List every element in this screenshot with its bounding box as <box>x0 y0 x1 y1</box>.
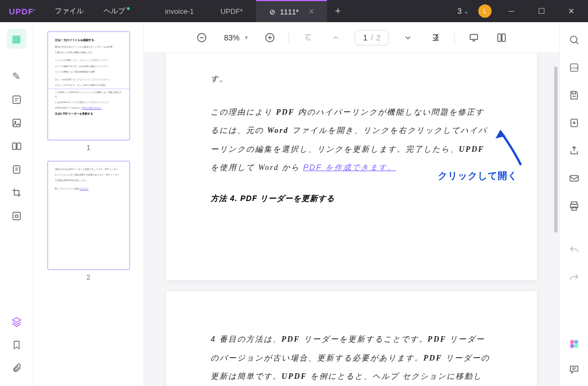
svg-rect-11 <box>498 34 501 41</box>
protect-icon[interactable] <box>7 206 27 226</box>
bookmark-icon[interactable] <box>7 335 27 355</box>
first-page-button[interactable] <box>299 29 317 47</box>
hyperlink[interactable]: PDF を作成できます。 <box>303 163 396 172</box>
avatar[interactable]: L <box>478 4 492 18</box>
arrow-annotation <box>493 126 526 173</box>
last-page-button[interactable] <box>427 29 444 47</box>
prev-page-button[interactable] <box>327 29 345 47</box>
open-docs-count[interactable]: 3⌄ <box>457 7 468 16</box>
menu-help[interactable]: ヘルプ <box>94 6 135 16</box>
svg-point-23 <box>570 344 574 348</box>
text-edit-icon[interactable] <box>7 90 27 110</box>
save-icon[interactable] <box>565 86 583 104</box>
paragraph: 4 番目の方法は、PDF リーダーを更新することです。PDF リーダーのバージョ… <box>211 330 493 386</box>
comment-icon[interactable] <box>565 361 583 378</box>
minimize-button[interactable]: ─ <box>502 1 521 21</box>
close-icon[interactable]: × <box>309 7 314 17</box>
document-scroll-area[interactable]: す。 この理由により PDF 内のハイパーリンクが機能しない問題を修正するには、… <box>144 53 559 386</box>
export-icon[interactable] <box>565 114 583 132</box>
text-fragment: す。 <box>211 70 493 89</box>
pdf-page-1: す。 この理由により PDF 内のハイパーリンクが機能しない問題を修正するには、… <box>166 53 537 280</box>
svg-rect-4 <box>17 143 21 150</box>
svg-point-22 <box>574 340 578 344</box>
svg-rect-0 <box>13 96 20 103</box>
page-organize-icon[interactable] <box>7 136 27 156</box>
svg-rect-7 <box>15 215 18 217</box>
thumbnail-label: 1 <box>86 144 90 152</box>
annotation-text: クリックして開く <box>438 169 518 182</box>
zoom-level[interactable]: 83%▾ <box>221 33 251 42</box>
presentation-icon[interactable] <box>465 29 483 47</box>
zoom-out-button[interactable] <box>193 29 211 47</box>
right-rail: OCR <box>559 22 588 386</box>
svg-rect-5 <box>13 166 20 173</box>
email-icon[interactable] <box>565 169 583 187</box>
svg-rect-10 <box>470 34 477 39</box>
form-icon[interactable] <box>7 159 27 179</box>
maximize-button[interactable]: ☐ <box>531 1 551 21</box>
tab-updf[interactable]: UPDF* <box>207 0 256 22</box>
svg-rect-17 <box>570 176 578 181</box>
app-logo: UPDF• <box>0 7 45 16</box>
print-icon[interactable] <box>565 197 583 215</box>
left-rail: ▦ ✎ <box>0 22 33 386</box>
reader-mode-icon[interactable]: ▦ <box>7 29 27 49</box>
page-indicator[interactable]: 1 / 2 <box>355 30 388 45</box>
thumbnail-page-2[interactable]: 4番目の方法はPDFリーダーを更新することです。PDFリーダー のバージョンが古… <box>47 161 130 270</box>
share-icon[interactable] <box>565 142 583 159</box>
svg-point-21 <box>570 340 574 344</box>
svg-rect-3 <box>12 143 16 150</box>
svg-rect-6 <box>13 212 20 219</box>
next-page-button[interactable] <box>399 29 417 47</box>
svg-text:OCR: OCR <box>570 66 577 70</box>
ocr-icon[interactable]: OCR <box>565 59 583 76</box>
layout-icon[interactable] <box>493 29 510 47</box>
scrollbar[interactable] <box>554 66 558 233</box>
attachment-icon[interactable] <box>7 358 27 378</box>
image-edit-icon[interactable] <box>7 113 27 133</box>
menu-file[interactable]: ファイル <box>45 6 94 16</box>
thumbnail-label: 2 <box>86 274 90 281</box>
svg-point-13 <box>570 36 577 43</box>
thumbnail-page-1[interactable]: 方法一 元のファイルを確認する 最初の方法は元のファイルを確認することです。wo… <box>47 31 130 141</box>
tab-1111[interactable]: ⊘ 1111* × <box>256 0 327 22</box>
titlebar: UPDF• ファイル ヘルプ invoice-1 UPDF* ⊘ 1111* ×… <box>0 0 588 22</box>
thumbnail-panel: 方法一 元のファイルを確認する 最初の方法は元のファイルを確認することです。wo… <box>33 22 144 386</box>
zoom-in-button[interactable] <box>261 29 279 47</box>
svg-rect-20 <box>571 207 576 210</box>
undo-icon[interactable] <box>565 241 583 259</box>
tab-bar: invoice-1 UPDF* ⊘ 1111* × + <box>152 0 451 22</box>
paragraph: この理由により PDF 内のハイパーリンクが機能しない問題を修正するには、元の … <box>211 103 493 177</box>
tab-add-button[interactable]: + <box>327 6 349 17</box>
svg-point-2 <box>14 121 16 123</box>
crop-icon[interactable] <box>7 183 27 203</box>
svg-rect-1 <box>13 119 20 126</box>
search-icon[interactable] <box>565 31 583 49</box>
layers-icon[interactable] <box>7 312 27 332</box>
svg-point-24 <box>574 344 578 348</box>
svg-rect-12 <box>502 34 505 41</box>
ai-assistant-icon[interactable] <box>565 335 583 353</box>
document-viewport: 83%▾ 1 / 2 <box>144 22 559 386</box>
close-button[interactable]: ✕ <box>561 1 581 21</box>
highlight-icon[interactable]: ✎ <box>7 66 27 86</box>
link-off-icon: ⊘ <box>269 8 275 16</box>
tab-invoice[interactable]: invoice-1 <box>152 0 207 22</box>
pdf-page-2: 4 番目の方法は、PDF リーダーを更新することです。PDF リーダーのバージョ… <box>166 291 537 386</box>
heading-method-4: 方法 4. PDF リーダーを更新する <box>211 194 493 204</box>
redo-icon[interactable] <box>565 269 583 287</box>
view-toolbar: 83%▾ 1 / 2 <box>144 22 559 53</box>
